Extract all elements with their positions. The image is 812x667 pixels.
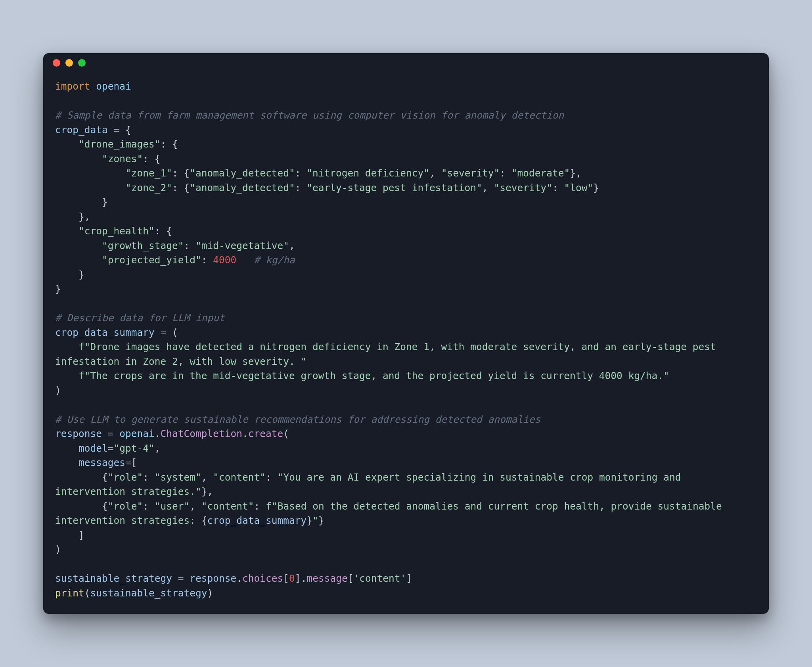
indent	[55, 211, 79, 222]
token-string: "severity"	[441, 167, 500, 179]
token-punct: {	[184, 182, 190, 194]
token-param: messages	[79, 457, 125, 468]
indent	[55, 225, 79, 237]
token-punct: ,	[429, 167, 441, 179]
token-punct: :	[143, 500, 155, 512]
token-comment: # Use LLM to generate sustainable recomm…	[55, 414, 540, 425]
token-punct: },	[201, 486, 213, 497]
indent	[55, 138, 79, 150]
token-module: openai	[119, 428, 155, 439]
token-string: 'content'	[353, 573, 406, 584]
token-punct: (	[283, 428, 289, 439]
token-operator: =	[155, 327, 172, 338]
token-punct: }	[318, 515, 324, 526]
token-attr: choices	[242, 573, 283, 584]
indent	[55, 167, 125, 179]
token-function: create	[248, 428, 283, 439]
token-operator: =	[108, 124, 125, 136]
token-string: "content"	[213, 472, 266, 483]
token-string: "	[312, 515, 318, 526]
token-punct: :	[254, 500, 266, 512]
token-string: "severity"	[494, 182, 552, 194]
token-comment: # Sample data from farm management softw…	[55, 109, 564, 121]
token-punct: ]	[406, 573, 412, 584]
token-punct: :	[155, 225, 167, 237]
token-punct: {	[184, 167, 190, 179]
token-string: "mid-vegetative"	[195, 240, 289, 251]
token-punct: :	[143, 472, 155, 483]
minimize-icon[interactable]	[65, 59, 73, 67]
indent	[55, 153, 102, 165]
token-punct: {	[172, 138, 178, 150]
window-titlebar	[43, 53, 769, 72]
token-punct: .	[155, 428, 161, 439]
token-punct: },	[570, 167, 582, 179]
token-punct: :	[143, 153, 155, 165]
token-punct: ,	[190, 500, 201, 512]
token-punct: ,	[155, 443, 161, 454]
indent	[55, 457, 79, 468]
token-string: "role"	[108, 500, 143, 512]
token-punct: :	[295, 167, 307, 179]
token-punct: [	[348, 573, 354, 584]
token-string: "anomaly_detected"	[190, 182, 295, 194]
indent	[55, 443, 79, 454]
token-punct: },	[79, 211, 90, 222]
token-variable: response	[55, 428, 102, 439]
token-string: "zone_1"	[125, 167, 172, 179]
token-punct: .	[301, 573, 307, 584]
token-string: "nitrogen deficiency"	[306, 167, 429, 179]
token-string: f"Drone images have detected a nitrogen …	[55, 341, 722, 367]
token-string: "early-stage pest infestation"	[306, 182, 482, 194]
token-punct: :	[201, 254, 213, 266]
token-punct: [	[283, 573, 289, 584]
token-punct: :	[500, 167, 511, 179]
token-param: model	[79, 443, 108, 454]
token-punct: ,	[289, 240, 295, 251]
token-attr: message	[306, 573, 347, 584]
token-punct: .	[242, 428, 248, 439]
token-punct: ]	[295, 573, 301, 584]
token-punct: (	[84, 587, 90, 599]
token-operator: =	[172, 573, 190, 584]
token-punct: :	[552, 182, 564, 194]
token-punct: }	[79, 269, 84, 280]
token-variable: crop_data_summary	[55, 327, 155, 338]
token-string: "crop_health"	[79, 225, 155, 237]
token-string: "low"	[564, 182, 593, 194]
token-punct: :	[295, 182, 307, 194]
indent	[55, 472, 102, 483]
token-variable: sustainable_strategy	[55, 573, 172, 584]
token-string: "role"	[108, 472, 143, 483]
token-punct: :	[161, 138, 172, 150]
token-punct: [	[131, 457, 137, 468]
token-operator: =	[125, 457, 131, 468]
indent	[55, 182, 125, 194]
indent	[55, 370, 79, 381]
token-string: "drone_images"	[79, 138, 161, 150]
maximize-icon[interactable]	[78, 59, 86, 67]
indent	[55, 500, 102, 512]
token-variable: crop_data_summary	[207, 515, 307, 526]
token-number: 0	[289, 573, 295, 584]
token-punct: )	[55, 385, 61, 396]
space	[236, 254, 254, 266]
code-editor[interactable]: import openai # Sample data from farm ma…	[43, 72, 769, 614]
token-punct: :	[172, 167, 184, 179]
token-punct: (	[172, 327, 178, 338]
close-icon[interactable]	[53, 59, 60, 67]
token-string: "projected_yield"	[102, 254, 201, 266]
token-variable: sustainable_strategy	[90, 587, 207, 599]
token-punct: {	[125, 124, 131, 136]
token-punct: }	[55, 283, 61, 295]
token-number: 4000	[213, 254, 236, 266]
token-punct: {	[102, 500, 108, 512]
token-string: "content"	[201, 500, 254, 512]
indent	[55, 269, 79, 280]
token-builtin: print	[55, 587, 84, 599]
indent	[55, 341, 79, 353]
indent	[55, 240, 102, 251]
token-string: "zones"	[102, 153, 143, 165]
token-interp-brace: }	[306, 515, 312, 526]
code-window: import openai # Sample data from farm ma…	[43, 53, 769, 614]
